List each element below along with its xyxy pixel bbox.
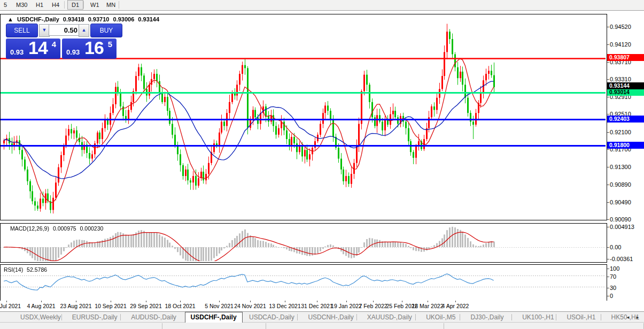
date-tick-mark [317, 301, 317, 302]
lot-size-input[interactable] [49, 24, 80, 36]
date-tick-mark [146, 301, 146, 302]
sell-price-pip: 4 [52, 40, 56, 49]
date-label: 4 Aug 2021 [27, 303, 55, 309]
chart-tab-ukoil-[interactable]: UKOil-,M5 [421, 313, 461, 322]
timeframe-button-5[interactable]: 5 [0, 0, 11, 10]
buy-price-prefix: 0.93 [66, 48, 80, 56]
toolbar-separator [83, 1, 84, 9]
chart-tab-eurusd-[interactable]: EURUSD-,Daily [67, 313, 123, 322]
timeframe-button-h4[interactable]: H4 [48, 0, 63, 10]
tabs-scroll-left-button[interactable]: ◄ [624, 314, 632, 321]
price-tick-label: 0.92100 [610, 129, 631, 135]
last-price-badge: 0.93144 [607, 82, 644, 89]
scale-tick-mark [607, 62, 609, 63]
timeframe-button-mn[interactable]: MN [103, 0, 119, 10]
scale-tick-mark [607, 247, 609, 248]
price-tick-label: 0.94120 [610, 41, 631, 48]
sell-price-box[interactable]: 0.93 14 4 [6, 39, 60, 59]
timeframe-button-w1[interactable]: W1 [87, 0, 103, 10]
mt4-terminal: 5M30H1H4D1W1MN ▲ USDCHF-,Daily 0.93418 0… [0, 0, 644, 329]
date-tick-mark [402, 301, 402, 302]
triangle-up-icon: ▲ [82, 27, 87, 33]
macd-scale-label: 0.004913 [610, 224, 634, 230]
scale-tick-mark [607, 288, 609, 288]
tab-separator [61, 314, 62, 320]
status-bar [0, 322, 644, 329]
hline-price-badge: 0.93014 [607, 89, 644, 96]
chart-tab-uk100-[interactable]: UK100-,H1 [517, 313, 559, 322]
date-label: 29 Sep 2021 [130, 303, 162, 309]
rsi-scale-label: 70 [610, 273, 616, 280]
ohlc-close: 0.93144 [138, 16, 159, 22]
tabs-scroll-right-button[interactable]: ► [634, 314, 641, 321]
scale-tick-mark [607, 97, 609, 97]
collapse-panel-arrow[interactable]: ▲ [7, 16, 13, 22]
date-tick-mark [428, 301, 428, 302]
tab-separator [120, 314, 121, 320]
date-tick-mark [455, 301, 456, 302]
chart-tab-usoil-[interactable]: USOil-,H1 [561, 313, 601, 322]
date-label: 16 Mar 2022 [412, 303, 444, 309]
chart-symbol-label: USDCHF-,Daily [17, 16, 59, 22]
lot-increase-button[interactable]: ▲ [79, 24, 89, 37]
tab-separator [415, 314, 416, 320]
macd-scale-label: -0.00361 [610, 256, 633, 262]
timeframe-button-h1[interactable]: H1 [32, 0, 47, 10]
scale-tick-mark [607, 149, 609, 150]
date-label: 5 Nov 2021 [205, 303, 234, 309]
price-tick-label: 0.90490 [610, 199, 631, 205]
date-label: 4 Apr 2022 [442, 303, 469, 309]
date-label: 7 Feb 2022 [359, 303, 387, 309]
triangle-down-icon: ▼ [42, 27, 47, 33]
sell-price-main: 14 [28, 37, 48, 58]
buy-price-pip: 5 [108, 40, 112, 49]
date-tick-mark [346, 301, 347, 302]
scale-tick-mark [607, 79, 609, 80]
price-tick-label: 0.90090 [610, 216, 631, 223]
chart-tab-xauusd-[interactable]: XAUUSD-,Daily [362, 313, 417, 322]
lot-decrease-button[interactable]: ▼ [39, 24, 50, 37]
date-tick-mark [180, 301, 181, 302]
main-chart-pane: ▲ USDCHF-,Daily 0.93418 0.93710 0.93006 … [0, 14, 607, 220]
chart-title: ▲ USDCHF-,Daily 0.93418 0.93710 0.93006 … [7, 16, 161, 22]
macd-label: MACD(12,26,9) 0.000975 0.000230 [10, 225, 103, 232]
rsi-pane: RSI(14) 52.5786 [0, 264, 607, 301]
chart-tab-usdchf-[interactable]: USDCHF-,Daily [185, 312, 243, 323]
hline-price-badge: 0.92403 [607, 116, 644, 123]
buy-price-main: 16 [84, 37, 104, 58]
chart-tab-audusd-[interactable]: AUDUSD-,Daily [126, 313, 182, 322]
sell-price-prefix: 0.93 [10, 48, 24, 56]
scale-tick-mark [607, 269, 609, 269]
tab-separator [356, 314, 357, 320]
time-axis[interactable]: 16 Jul 20214 Aug 202123 Aug 202110 Sep 2… [0, 301, 644, 311]
scale-tick-mark [607, 185, 609, 185]
hline-price-badge: 0.91800 [607, 142, 644, 149]
date-tick-mark [250, 301, 251, 302]
chart-tab-usdcad-[interactable]: USDCAD-,Daily [244, 313, 300, 322]
chart-tab-usdx[interactable]: USDX,Weekly [15, 313, 66, 322]
price-tick-label: 0.93310 [610, 76, 631, 82]
scale-tick-mark [607, 219, 609, 220]
chart-tab-usdcnh-[interactable]: USDCNH-,Daily [302, 313, 359, 322]
macd-scale-label: 0.00 [610, 244, 621, 250]
ohlc-open: 0.93418 [63, 16, 84, 22]
timeframe-button-m30[interactable]: M30 [12, 0, 31, 10]
price-scale[interactable]: 0.945200.941200.937100.933100.929100.925… [607, 14, 644, 300]
sell-button[interactable]: SELL [6, 24, 38, 37]
date-tick-mark [76, 301, 76, 302]
price-tick-label: 0.90890 [610, 181, 631, 188]
date-tick-mark [6, 301, 7, 302]
ohlc-high: 0.93710 [88, 16, 110, 22]
buy-price-box[interactable]: 0.93 16 5 [62, 39, 117, 59]
chart-tab-bar: USDX,WeeklyEURUSD-,DailyAUDUSD-,DailyUSD… [0, 311, 644, 323]
timeframe-button-d1[interactable]: D1 [67, 0, 83, 10]
status-bar-cell [266, 323, 444, 329]
date-label: 31 Dec 2021 [301, 303, 333, 309]
toolbar-separator [64, 1, 65, 9]
buy-button[interactable]: BUY [90, 24, 122, 37]
tab-separator [601, 314, 601, 320]
tab-separator [297, 314, 298, 320]
rsi-canvas[interactable] [1, 265, 606, 300]
chart-tab-dj30-[interactable]: DJ30-,Daily [465, 313, 509, 322]
scale-tick-mark [607, 27, 609, 27]
